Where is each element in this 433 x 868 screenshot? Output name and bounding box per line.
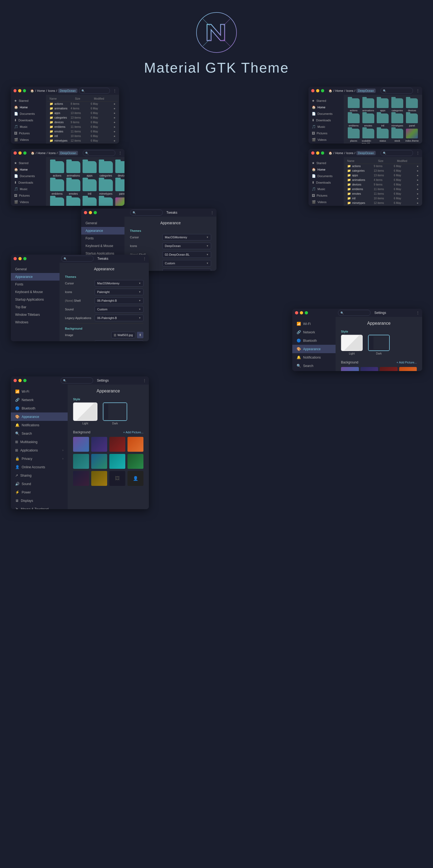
bg-item-4[interactable] <box>128 437 143 452</box>
close-dot-2[interactable] <box>311 89 314 92</box>
shell-dropdown-main[interactable]: 06-Palenight-B ▼ <box>95 298 143 304</box>
add-picture-btn-small[interactable]: + Add Picture... <box>396 361 417 364</box>
add-picture-btn-main[interactable]: + Add Picture... <box>123 431 143 434</box>
sidebar-videos-4[interactable]: 🎬Videos <box>308 199 344 205</box>
settings-network-small[interactable]: 🔗Network <box>292 328 336 336</box>
light-style-option-small[interactable]: Light <box>341 335 363 355</box>
bg-item-8[interactable] <box>128 454 143 469</box>
list-item[interactable]: 📁apps13 items6 May★ <box>345 173 421 178</box>
bg-item-11[interactable]: 🖼 <box>109 471 125 486</box>
sidebar-music-4[interactable]: 🎵Music <box>308 186 344 192</box>
settings-network-main[interactable]: 🔗Network <box>11 396 68 404</box>
sidebar-starred-3[interactable]: ★Starred <box>11 160 46 166</box>
maximize-dot-2[interactable] <box>321 89 324 92</box>
icons-dropdown-main[interactable]: Palenight ▼ <box>95 289 143 295</box>
settings-bluetooth-small[interactable]: 🔵Bluetooth <box>292 336 336 345</box>
bg-item-5[interactable] <box>73 454 89 469</box>
min-tweaks-main[interactable] <box>19 257 22 260</box>
dark-preview-small[interactable] <box>368 335 390 351</box>
tweaks-appearance-main[interactable]: Appearance <box>11 273 60 281</box>
cursor-dropdown-main[interactable]: MacOSMonterey ▼ <box>95 280 143 286</box>
folder-apps-2[interactable]: apps <box>376 98 389 112</box>
sidebar-downloads-1[interactable]: ⬇Downloads <box>11 117 46 124</box>
sidebar-documents-2[interactable]: 📄Documents <box>308 111 344 117</box>
more-settings-main[interactable]: ⋮ <box>143 379 146 382</box>
sidebar-videos-3[interactable]: 🎬Videos <box>11 199 46 205</box>
folder-places-3[interactable]: places <box>50 197 64 206</box>
list-item[interactable]: 📁emotes11 items6 May★ <box>47 129 118 134</box>
sidebar-trash-3[interactable]: 🗑Wastebasket <box>11 205 46 206</box>
folder-emotes-2[interactable]: emotes <box>362 114 375 127</box>
settings-power-main[interactable]: ⚡Power <box>11 488 68 496</box>
minimize-dot-4[interactable] <box>316 151 319 155</box>
folder-categories-2[interactable]: categories <box>391 98 404 112</box>
min-tweaks-top[interactable] <box>89 211 92 214</box>
sound-dropdown-main[interactable]: Custom ▼ <box>95 306 143 313</box>
bg-item-6[interactable] <box>91 454 107 469</box>
settings-bluetooth-main[interactable]: 🔵Bluetooth <box>11 404 68 412</box>
folder-categories-3[interactable]: categories <box>99 161 113 177</box>
search-box-4[interactable]: 🔍 <box>380 150 413 156</box>
folder-places-2[interactable]: places <box>347 129 360 144</box>
folder-panel-3[interactable]: panel <box>115 179 125 195</box>
minimize-dot-1[interactable] <box>18 89 21 92</box>
minimize-dot-3[interactable] <box>19 151 22 155</box>
settings-search-item-small[interactable]: 🔍Search <box>292 362 336 370</box>
tweaks-appearance-top[interactable]: Appearance <box>81 227 125 235</box>
legacy-dropdown-top[interactable]: 02-DeepOcean-BL ▼ <box>162 269 211 271</box>
light-preview-small[interactable] <box>341 335 363 351</box>
list-item[interactable]: 📁devices9 items6 May★ <box>345 182 421 187</box>
tweaks-keyboard-main[interactable]: Keyboard & Mouse <box>11 288 60 296</box>
light-preview-main[interactable] <box>73 402 97 421</box>
sidebar-videos-1[interactable]: 🎬Videos <box>11 136 46 143</box>
bg-adj-dropdown-main[interactable]: Zoom ▼ <box>95 340 143 341</box>
sidebar-documents-4[interactable]: 📄Documents <box>308 173 344 179</box>
list-item[interactable]: 📁categories13 items6 May★ <box>345 168 421 173</box>
sidebar-downloads-2[interactable]: ⬇Downloads <box>308 117 344 124</box>
folder-stock-2[interactable]: stock <box>391 129 404 144</box>
bg-item-3[interactable] <box>109 437 125 452</box>
more-icon-3[interactable]: ⋮ <box>119 151 122 155</box>
tweaks-general-top[interactable]: General <box>81 219 125 227</box>
sidebar-starred-1[interactable]: ★Starred <box>11 97 46 104</box>
sidebar-home-1[interactable]: 🏠Home <box>11 104 46 111</box>
settings-sound-main[interactable]: 🔊Sound <box>11 479 68 488</box>
settings-privacy-main[interactable]: 🔒Privacy› <box>11 455 68 463</box>
list-item[interactable]: 📁devices9 items6 May★ <box>47 120 118 125</box>
folder-mimetypes-3[interactable]: mimetypes <box>99 179 113 195</box>
list-item[interactable]: 📁actions9 items6 May★ <box>345 164 421 168</box>
list-item[interactable]: 📁actions8 items6 May★ <box>47 101 118 106</box>
light-style-option-main[interactable]: Light <box>73 402 97 425</box>
icons-dropdown-top[interactable]: DeepOcean ▼ <box>162 243 211 249</box>
more-tweaks-main[interactable]: ⋮ <box>143 257 146 260</box>
sidebar-pictures-2[interactable]: 🖼Pictures <box>308 130 344 136</box>
sidebar-downloads-3[interactable]: ⬇Downloads <box>11 179 46 186</box>
sidebar-documents-3[interactable]: 📄Documents <box>11 173 46 179</box>
bg-dark-red-small[interactable] <box>380 367 398 371</box>
more-icon-2[interactable]: ⋮ <box>416 89 420 93</box>
tweaks-windows-main[interactable]: Windows <box>11 318 60 326</box>
search-box-2[interactable]: 🔍 <box>380 88 413 94</box>
settings-notifications-main[interactable]: 🔔Notifications <box>11 421 68 429</box>
settings-search-main[interactable]: 🔍 <box>61 377 93 383</box>
maximize-dot-4[interactable] <box>321 151 324 155</box>
tweaks-search-main[interactable]: 🔍 <box>61 256 94 261</box>
bg-image-input-main[interactable]: 🖼 Wall503.jpg <box>111 332 135 338</box>
max-tweaks-top[interactable] <box>94 211 97 214</box>
close-dot-3[interactable] <box>13 151 17 155</box>
list-item[interactable]: 📁panel8 items6 May★ <box>345 205 421 206</box>
max-tweaks-main[interactable] <box>23 257 27 260</box>
close-dot-1[interactable] <box>13 89 16 92</box>
folder-animations-2[interactable]: animations <box>362 98 375 112</box>
list-item[interactable]: 📁emblems11 items6 May★ <box>345 187 421 191</box>
list-item[interactable]: 📁intl10 items6 May★ <box>47 134 118 138</box>
settings-sharing-main[interactable]: ↗Sharing <box>11 471 68 479</box>
sound-dropdown-top[interactable]: Custom ▼ <box>162 260 211 267</box>
list-item[interactable]: 📁apps13 items6 May★ <box>47 111 118 115</box>
more-settings-small[interactable]: ⋮ <box>416 311 420 315</box>
bg-item-2[interactable] <box>91 437 107 452</box>
sidebar-documents-1[interactable]: 📄Documents <box>11 111 46 117</box>
max-settings-small[interactable] <box>305 311 308 314</box>
settings-search-small[interactable]: 🔍 <box>338 310 370 316</box>
settings-mouse-main[interactable]: 🖱Mouse & Touchpad <box>11 505 68 509</box>
